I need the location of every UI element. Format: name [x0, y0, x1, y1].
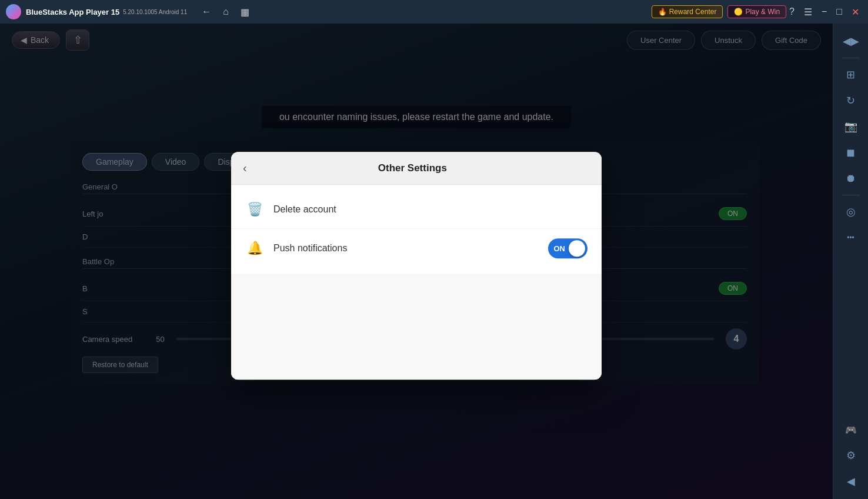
grid-sidebar-icon[interactable]: ⊞ [839, 63, 863, 87]
app-name: BlueStacks App Player 15 [26, 8, 119, 16]
titlebar: BlueStacks App Player 15 5.20.10.1005 An… [0, 0, 868, 24]
bell-icon: 🔔 [245, 239, 264, 258]
arrow-left-sidebar-icon[interactable]: ◀ [839, 470, 863, 493]
sidebar-divider-2 [842, 195, 860, 195]
push-notifications-label: Push notifications [273, 243, 548, 254]
delete-account-row[interactable]: 🗑️ Delete account [231, 191, 602, 229]
reward-center-button[interactable]: 🔥 Reward Center [652, 5, 723, 18]
push-notifications-row[interactable]: 🔔 Push notifications ON [231, 229, 602, 268]
main-area: ◀ Back ⇧ User Center Unstuck Gift Code o… [0, 24, 833, 499]
delete-account-label: Delete account [273, 204, 587, 215]
modal-title: Other Settings [253, 162, 572, 174]
restore-icon[interactable]: □ [833, 6, 845, 17]
multitask-nav-icon[interactable]: ▦ [238, 6, 252, 18]
refresh-sidebar-icon[interactable]: ↻ [839, 89, 863, 112]
close-icon[interactable]: ✕ [849, 6, 862, 18]
minimize-icon[interactable]: − [819, 6, 830, 17]
screenshot-sidebar-icon[interactable]: ◼ [839, 141, 863, 164]
push-notifications-toggle[interactable]: ON [548, 238, 588, 258]
more1-sidebar-icon[interactable]: ••• [839, 226, 863, 250]
record-sidebar-icon[interactable]: ⏺ [839, 167, 863, 190]
coin-icon: 🟡 [734, 8, 743, 16]
play-win-label: Play & Win [745, 8, 780, 16]
fire-icon: 🔥 [658, 8, 667, 16]
app-version: 5.20.10.1005 Android 11 [123, 9, 187, 15]
expand-sidebar-icon[interactable]: ◀▶ [839, 29, 863, 53]
gamepad-sidebar-icon[interactable]: 🎮 [839, 418, 863, 441]
reward-center-label: Reward Center [669, 8, 717, 16]
location-sidebar-icon[interactable]: ◎ [839, 200, 863, 224]
trash-icon: 🗑️ [245, 200, 264, 219]
camera-sidebar-icon[interactable]: 📷 [839, 115, 863, 138]
window-controls: ? ☰ − □ ✕ [786, 6, 862, 18]
titlebar-nav: ← ⌂ ▦ [199, 6, 252, 18]
toggle-on-label: ON [554, 244, 566, 253]
help-icon[interactable]: ? [786, 6, 797, 17]
sidebar-divider-1 [842, 58, 860, 58]
app-logo [6, 4, 21, 19]
other-settings-modal: ‹ Other Settings 🗑️ Delete account 🔔 Pus… [231, 152, 602, 380]
modal-empty-area [231, 274, 602, 380]
settings-sidebar-icon[interactable]: ⚙ [839, 444, 863, 467]
play-win-button[interactable]: 🟡 Play & Win [727, 5, 786, 18]
modal-header: ‹ Other Settings [231, 152, 602, 185]
back-nav-icon[interactable]: ← [199, 6, 214, 17]
modal-back-button[interactable]: ‹ [243, 161, 253, 175]
right-sidebar: ◀▶ ⊞ ↻ 📷 ◼ ⏺ ◎ ••• 🎮 ⚙ ◀ [833, 24, 868, 499]
home-nav-icon[interactable]: ⌂ [220, 6, 232, 17]
modal-body: 🗑️ Delete account 🔔 Push notifications O… [231, 185, 602, 274]
menu-icon[interactable]: ☰ [801, 6, 815, 18]
toggle-knob [569, 240, 585, 257]
